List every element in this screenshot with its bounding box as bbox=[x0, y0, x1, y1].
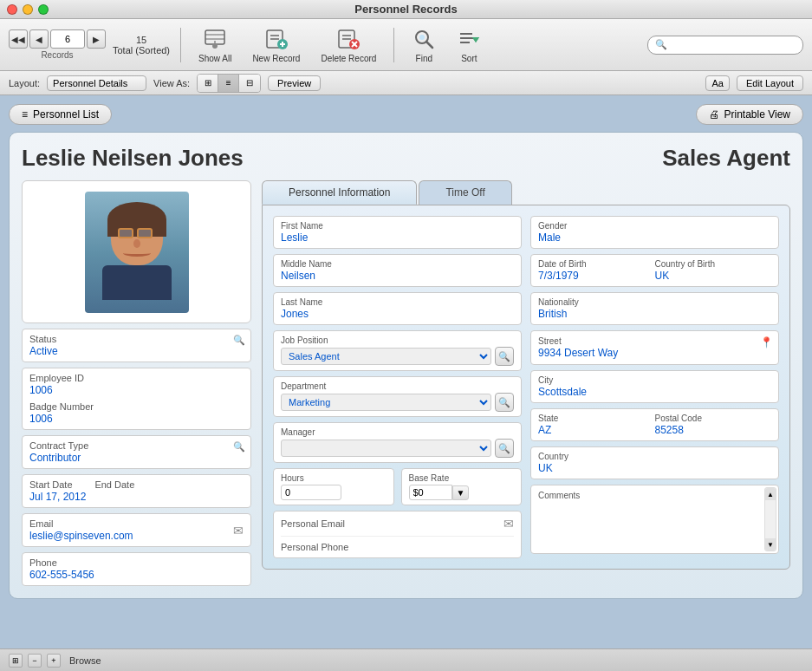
email-icon: ✉ bbox=[233, 524, 244, 537]
scrollbar-down-button[interactable]: ▼ bbox=[765, 538, 776, 550]
manager-row: 🔍 bbox=[281, 439, 514, 458]
country-label: Country bbox=[538, 452, 771, 461]
tab-personnel-info[interactable]: Personnel Information bbox=[262, 180, 417, 205]
contract-search-icon[interactable]: 🔍 bbox=[233, 441, 245, 453]
nationality-field: Nationality British bbox=[530, 292, 779, 325]
status-field: Status Active 🔍 bbox=[22, 329, 251, 362]
start-date-group: Start Date Jul 17, 2012 bbox=[29, 479, 86, 503]
employee-id-value: 1006 bbox=[29, 384, 244, 396]
tab-time-off[interactable]: Time Off bbox=[419, 180, 511, 205]
status-icon-1[interactable]: ⊞ bbox=[9, 654, 23, 668]
status-search-icon[interactable]: 🔍 bbox=[233, 335, 245, 346]
employee-id-label: Employee ID bbox=[29, 373, 244, 383]
new-record-button[interactable]: New Record bbox=[245, 23, 307, 67]
left-lens bbox=[118, 228, 133, 238]
department-search-button[interactable]: 🔍 bbox=[495, 393, 514, 412]
separator-2 bbox=[393, 28, 394, 62]
nav-next-button[interactable]: ▶ bbox=[87, 29, 106, 49]
personal-email-label: Personal Email bbox=[281, 518, 503, 529]
view-list-button[interactable]: ≡ bbox=[218, 75, 239, 92]
find-icon bbox=[412, 27, 436, 51]
title-bar: Personnel Records bbox=[0, 0, 812, 19]
personnel-list-button[interactable]: ≡ Personnel List bbox=[9, 104, 112, 125]
base-rate-input[interactable] bbox=[409, 485, 452, 500]
new-record-label: New Record bbox=[252, 54, 300, 63]
job-position-search-button[interactable]: 🔍 bbox=[495, 347, 514, 366]
sort-button[interactable]: Sort bbox=[450, 23, 488, 67]
view-table-button[interactable]: ⊟ bbox=[239, 75, 260, 92]
dob-label: Date of Birth bbox=[538, 259, 655, 269]
search-input[interactable] bbox=[671, 40, 796, 50]
status-icon-3[interactable]: + bbox=[47, 654, 61, 668]
country-value: UK bbox=[538, 462, 771, 474]
dates-row: Start Date Jul 17, 2012 End Date bbox=[29, 479, 244, 503]
printable-view-button[interactable]: 🖨 Printable View bbox=[696, 104, 804, 125]
delete-record-icon bbox=[336, 27, 361, 51]
department-row: Marketing 🔍 bbox=[281, 393, 514, 412]
email-value: leslie@spinseven.com bbox=[29, 530, 233, 542]
nav-first-button[interactable]: ◀◀ bbox=[9, 29, 28, 49]
contract-value: Contributor bbox=[29, 452, 244, 464]
manager-search-button[interactable]: 🔍 bbox=[495, 439, 514, 458]
first-name-field: First Name Leslie bbox=[273, 216, 522, 249]
preview-button[interactable]: Preview bbox=[268, 75, 321, 91]
gender-label: Gender bbox=[538, 221, 771, 231]
city-label: City bbox=[538, 375, 771, 385]
window-title: Personnel Records bbox=[354, 3, 458, 16]
street-field: Street 9934 Desert Way 📍 bbox=[530, 330, 779, 365]
delete-record-button[interactable]: Delete Record bbox=[314, 23, 383, 67]
search-icon: 🔍 bbox=[655, 39, 667, 50]
view-form-button[interactable]: ⊞ bbox=[198, 75, 218, 92]
scrollbar[interactable]: ▲ ▼ bbox=[764, 487, 776, 551]
city-value: Scottsdale bbox=[538, 386, 771, 398]
state-label: State bbox=[538, 414, 655, 423]
dob-value: 7/3/1979 bbox=[538, 270, 655, 282]
street-value: 9934 Desert Way bbox=[538, 347, 771, 359]
last-name-label: Last Name bbox=[281, 297, 514, 307]
mouth bbox=[123, 250, 151, 257]
main-content: ≡ Personnel List 🖨 Printable View Leslie… bbox=[0, 95, 812, 648]
manager-select[interactable] bbox=[281, 440, 491, 457]
email-row: Email leslie@spinseven.com ✉ bbox=[29, 518, 244, 542]
department-select[interactable]: Marketing bbox=[281, 394, 491, 411]
record-number[interactable]: 6 bbox=[50, 29, 85, 49]
total-count: 15 Total (Sorted) bbox=[113, 35, 170, 55]
delete-record-label: Delete Record bbox=[321, 54, 376, 63]
scrollbar-up-button[interactable]: ▲ bbox=[765, 488, 776, 500]
find-button[interactable]: Find bbox=[405, 23, 443, 67]
postal-label: Postal Code bbox=[655, 414, 772, 423]
top-actions: ≡ Personnel List 🖨 Printable View bbox=[9, 104, 803, 125]
start-date-label: Start Date bbox=[29, 479, 86, 490]
city-field: City Scottsdale bbox=[530, 370, 779, 403]
maximize-button[interactable] bbox=[38, 4, 49, 15]
base-rate-row: ▼ bbox=[409, 485, 515, 500]
layout-select[interactable]: Personnel Details bbox=[47, 75, 146, 91]
first-name-label: First Name bbox=[281, 221, 514, 231]
info-grid: First Name Leslie Middle Name Neilsen La… bbox=[273, 216, 779, 558]
status-icon-2[interactable]: − bbox=[28, 654, 42, 668]
nav-prev-button[interactable]: ◀ bbox=[29, 29, 49, 49]
right-lens bbox=[137, 228, 153, 238]
comments-label: Comments bbox=[538, 491, 771, 500]
total-sorted: Total (Sorted) bbox=[113, 45, 170, 55]
middle-name-value: Neilsen bbox=[281, 270, 514, 282]
close-button[interactable] bbox=[7, 4, 17, 15]
base-rate-dropdown-button[interactable]: ▼ bbox=[452, 485, 470, 500]
last-name-field: Last Name Jones bbox=[273, 292, 522, 325]
personnel-list-label: Personnel List bbox=[33, 108, 99, 121]
total-group: 15 Total (Sorted) bbox=[113, 35, 170, 55]
comments-section: Comments ▲ ▼ bbox=[530, 485, 779, 554]
show-all-label: Show All bbox=[198, 54, 231, 63]
email-content: Email leslie@spinseven.com bbox=[29, 518, 233, 542]
personal-email-icon: ✉ bbox=[503, 517, 514, 531]
edit-layout-button[interactable]: Edit Layout bbox=[737, 75, 803, 91]
show-all-button[interactable]: Show All bbox=[192, 23, 238, 67]
job-position-select[interactable]: Sales Agent bbox=[281, 348, 491, 365]
minimize-button[interactable] bbox=[23, 4, 33, 15]
aa-button[interactable]: Aa bbox=[705, 75, 729, 91]
search-box[interactable]: 🔍 bbox=[647, 36, 803, 55]
hours-input[interactable] bbox=[281, 485, 341, 500]
layout-label: Layout: bbox=[9, 78, 40, 88]
hours-baserate-row: Hours Base Rate ▼ bbox=[273, 468, 522, 505]
record-navigation: ◀◀ ◀ 6 ▶ bbox=[9, 29, 106, 49]
